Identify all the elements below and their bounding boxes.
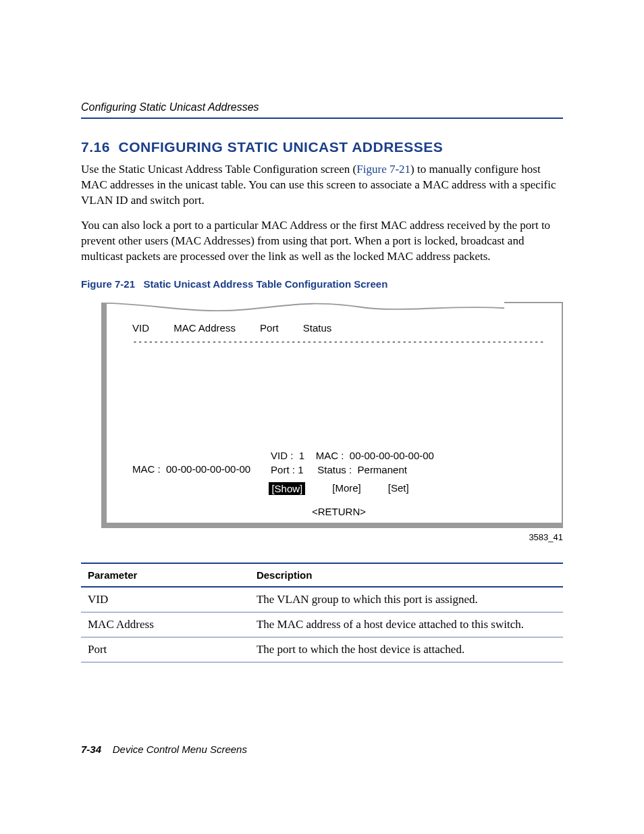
terminal-column-headers: VID MAC Address Port Status <box>132 322 545 334</box>
set-button[interactable]: [Set] <box>388 482 409 495</box>
figure-title: Static Unicast Address Table Configurati… <box>144 278 388 290</box>
terminal-separator: ----------------------------------------… <box>132 336 545 346</box>
figure-caption: Figure 7-21 Static Unicast Address Table… <box>81 278 563 290</box>
figure-reference-link[interactable]: Figure 7-21 <box>356 163 410 176</box>
page-footer: 7-34 Device Control Menu Screens <box>81 744 563 755</box>
table-row: MAC Address The MAC address of a host de… <box>81 612 563 637</box>
col-port: Port <box>260 322 279 334</box>
status-value: Permanent <box>358 464 407 475</box>
intro-paragraph: Use the Static Unicast Address Table Con… <box>81 162 563 209</box>
th-parameter: Parameter <box>81 563 250 587</box>
table-row: Port The port to which the host device i… <box>81 637 563 662</box>
second-paragraph: You can also lock a port to a particular… <box>81 218 563 265</box>
col-status: Status <box>303 322 332 334</box>
running-header: Configuring Static Unicast Addresses <box>81 101 563 119</box>
mac2-label: MAC : <box>316 450 344 461</box>
cell-desc: The MAC address of a host device attache… <box>250 612 563 637</box>
figure-id: 3583_41 <box>101 532 563 542</box>
terminal-buttons-row: [Show] [More] [Set] <box>132 482 545 495</box>
footer-title: Device Control Menu Screens <box>113 744 247 755</box>
section-title-text: CONFIGURING STATIC UNICAST ADDRESSES <box>119 139 444 155</box>
more-button[interactable]: [More] <box>332 482 361 495</box>
status-label: Status : <box>317 464 352 475</box>
col-mac: MAC Address <box>173 322 236 334</box>
cell-param: VID <box>81 587 250 613</box>
mac2-value: 00-00-00-00-00-00 <box>350 450 434 461</box>
port-value: 1 <box>298 464 303 475</box>
cell-param: MAC Address <box>81 612 250 637</box>
cell-desc: The port to which the host device is att… <box>250 637 563 662</box>
show-button[interactable]: [Show] <box>269 482 305 495</box>
section-heading: 7.16 CONFIGURING STATIC UNICAST ADDRESSE… <box>81 139 563 155</box>
mac-label: MAC : <box>132 463 161 475</box>
vid-value: 1 <box>299 450 304 461</box>
parameter-table: Parameter Description VID The VLAN group… <box>81 563 563 662</box>
table-row: VID The VLAN group to which this port is… <box>81 587 563 613</box>
port-label: Port : <box>271 464 295 475</box>
col-vid: VID <box>132 322 149 334</box>
figure-label: Figure 7-21 <box>81 278 135 290</box>
mac-value: 00-00-00-00-00-00 <box>166 463 250 475</box>
cell-desc: The VLAN group to which this port is ass… <box>250 587 563 613</box>
vid-label: VID : <box>271 450 293 461</box>
mac-field-left: MAC : 00-00-00-00-00-00 <box>132 448 250 477</box>
intro-pre: Use the Static Unicast Address Table Con… <box>81 163 356 176</box>
cell-param: Port <box>81 637 250 662</box>
return-button[interactable]: <RETURN> <box>312 506 366 517</box>
terminal-screenshot: VID MAC Address Port Status ------------… <box>101 302 563 528</box>
page-number: 7-34 <box>81 744 101 755</box>
section-number: 7.16 <box>81 139 110 155</box>
th-description: Description <box>250 563 563 587</box>
